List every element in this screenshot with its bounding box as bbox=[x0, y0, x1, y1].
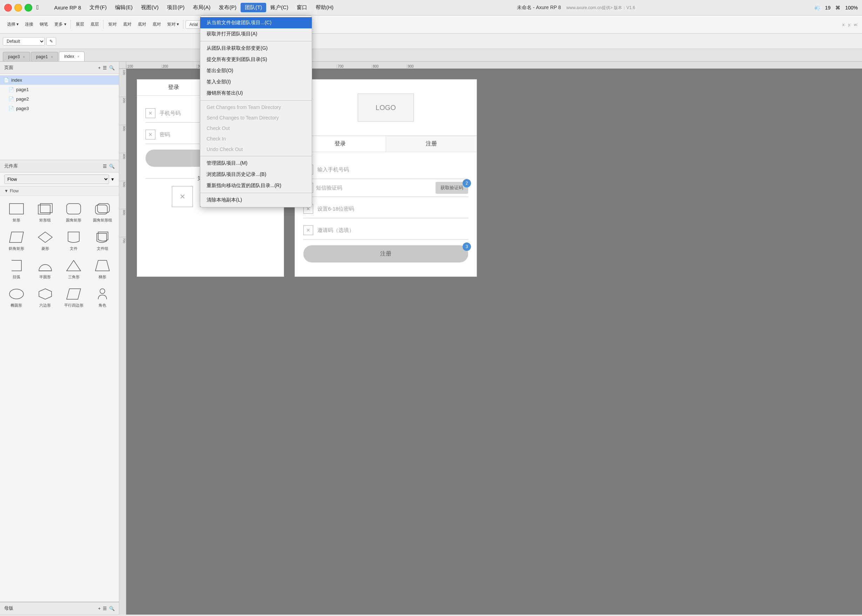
team-dropdown-menu: 从当前文件创建团队项目...(C) 获取并打开团队项目(A) 从团队目录获取全部… bbox=[200, 16, 312, 207]
menu-send-changes-en: Send Changes to Team Directory bbox=[200, 113, 312, 123]
menu-sep-3 bbox=[200, 156, 312, 156]
menu-checkin-en: Check In bbox=[200, 134, 312, 144]
menu-sep-2 bbox=[200, 100, 312, 101]
menu-checkout-all[interactable]: 签出全部(O) bbox=[200, 65, 312, 76]
menu-manage-team[interactable]: 管理团队项目...(M) bbox=[200, 158, 312, 169]
menu-send-changes-zh[interactable]: 提交所有变更到团队目录(S) bbox=[200, 54, 312, 65]
menu-checkin-all[interactable]: 签入全部(I) bbox=[200, 76, 312, 88]
menu-browse-history[interactable]: 浏览团队项目历史记录...(B) bbox=[200, 169, 312, 180]
menu-undo-en: Undo Check Out bbox=[200, 144, 312, 154]
menu-sep-1 bbox=[200, 41, 312, 41]
menu-clear-local[interactable]: 清除本地副本(L) bbox=[200, 195, 312, 206]
dropdown-overlay[interactable]: 从当前文件创建团队项目...(C) 获取并打开团队项目(A) 从团队目录获取全部… bbox=[0, 0, 862, 616]
menu-redirect[interactable]: 重新指向移动位置的团队目录...(R) bbox=[200, 180, 312, 191]
menu-checkout-en: Check Out bbox=[200, 123, 312, 134]
menu-undo-checkout[interactable]: 撤销所有签出(U) bbox=[200, 88, 312, 99]
menu-sep-4 bbox=[200, 193, 312, 193]
menu-get-changes-en: Get Changes from Team Directory bbox=[200, 102, 312, 113]
menu-create-team[interactable]: 从当前文件创建团队项目...(C) bbox=[200, 17, 312, 28]
menu-get-changes-zh[interactable]: 从团队目录获取全部变更(G) bbox=[200, 43, 312, 54]
menu-open-team[interactable]: 获取并打开团队项目(A) bbox=[200, 28, 312, 39]
